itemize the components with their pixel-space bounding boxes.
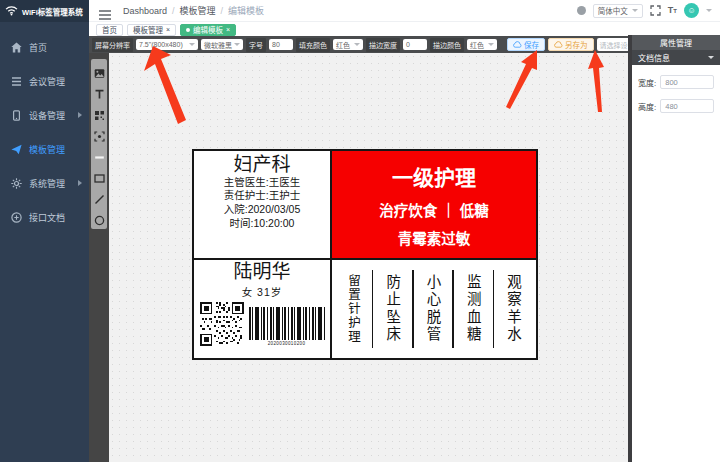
font-size-icon[interactable]: TT <box>668 6 677 15</box>
breadcrumb-item[interactable]: Dashboard <box>123 6 167 16</box>
diet-line[interactable]: 治疗饮食 ｜ 低糖 <box>332 199 536 220</box>
language-select[interactable]: 简体中文 <box>593 4 643 18</box>
meeting-icon <box>11 76 22 87</box>
shape-tool-strip <box>89 53 109 462</box>
close-icon[interactable]: × <box>166 26 170 33</box>
label-template[interactable]: 妇产科 主管医生:王医生 责任护士:王护士 入院:2020/03/05 时间:1… <box>192 149 538 360</box>
sidebar-item-meetings[interactable]: 会议管理 <box>0 64 89 98</box>
admission-line[interactable]: 入院:2020/03/05 <box>194 203 330 217</box>
stroke-color-value: 红色 <box>470 40 484 50</box>
tab-template-manage[interactable]: 模板管理 × <box>127 24 176 36</box>
font-family-select[interactable]: 微软雅黑 <box>201 39 243 50</box>
language-value: 简体中文 <box>598 5 628 16</box>
home-icon <box>11 42 22 53</box>
cloud-icon <box>513 41 522 48</box>
fullscreen-icon[interactable] <box>650 2 661 20</box>
circle-icon[interactable] <box>94 212 105 223</box>
column-divider <box>493 270 495 347</box>
sidebar-item-label: 系统管理 <box>29 177 65 190</box>
patient-name[interactable]: 陆明华 <box>194 262 330 283</box>
tab-label: 首页 <box>102 24 117 35</box>
care-level-block[interactable]: 一级护理 治疗饮食 ｜ 低糖 青霉素过敏 <box>332 151 536 260</box>
care-item-column[interactable]: 小心脱管 <box>422 274 443 344</box>
height-label: 高度: <box>638 101 656 112</box>
save-as-button[interactable]: 另存为 <box>548 38 594 51</box>
doctor-line[interactable]: 主管医生:王医生 <box>194 176 330 190</box>
breadcrumb-item[interactable]: 模板管理 <box>180 4 216 17</box>
tab-edit-template[interactable]: 编辑模板 × <box>180 24 236 36</box>
nurse-line[interactable]: 责任护士:王护士 <box>194 189 330 203</box>
top-header: Dashboard / 模板管理 / 编辑模板 简体中文 TT ☺ <box>89 0 720 22</box>
scan-icon[interactable] <box>94 128 105 139</box>
tag-view-bar: 首页 模板管理 × 编辑模板 × <box>89 23 720 36</box>
stroke-color-select[interactable]: 红色 <box>467 39 497 50</box>
fill-color-select[interactable]: 红色 <box>333 39 363 50</box>
chevron-down-icon <box>706 9 712 12</box>
rect-icon[interactable] <box>94 170 105 181</box>
qr-code[interactable] <box>200 302 244 346</box>
care-item-column[interactable]: 留置针护理 <box>344 274 363 344</box>
allergy-line[interactable]: 青霉素过敏 <box>332 227 536 248</box>
design-canvas[interactable]: 妇产科 主管医生:王医生 责任护士:王护士 入院:2020/03/05 时间:1… <box>109 53 628 462</box>
document-info-section-header[interactable]: 文档信息 <box>632 50 720 65</box>
font-size-label: 字号 <box>246 38 266 52</box>
font-size-input[interactable]: 80 <box>269 39 293 50</box>
height-input[interactable]: 480 <box>660 99 714 113</box>
patient-meta[interactable]: 女 31岁 <box>194 284 330 299</box>
api-doc-icon <box>11 212 22 223</box>
codes-row: 2020030010200 <box>194 302 330 346</box>
chevron-down-icon <box>488 43 494 46</box>
breadcrumb-separator: / <box>172 6 175 16</box>
sidebar-item-home[interactable]: 首页 <box>0 30 89 64</box>
care-level-title[interactable]: 一级护理 <box>332 161 536 191</box>
sidebar: WiFi标签管理系统 首页 会议管理 设备管理 模板管理 系统管理 <box>0 0 89 462</box>
template-icon <box>11 144 22 155</box>
chevron-right-icon <box>78 112 82 118</box>
close-icon[interactable]: × <box>226 26 230 33</box>
breadcrumb: Dashboard / 模板管理 / 编辑模板 <box>123 4 264 17</box>
tab-label: 模板管理 <box>133 24 163 35</box>
save-button[interactable]: 保存 <box>507 38 545 51</box>
tab-home[interactable]: 首页 <box>96 24 123 36</box>
properties-panel: 属性管理 文档信息 宽度: 800 高度: 480 <box>628 35 720 462</box>
stroke-width-input[interactable]: 0 <box>403 39 427 50</box>
system-icon <box>11 178 22 189</box>
care-item-column[interactable]: 观察羊水 <box>503 274 524 344</box>
department-title[interactable]: 妇产科 <box>194 154 330 176</box>
fill-color-value: 红色 <box>336 40 350 50</box>
save-as-label: 另存为 <box>565 39 588 50</box>
sidebar-item-system[interactable]: 系统管理 <box>0 166 89 200</box>
avatar[interactable]: ☺ <box>684 3 699 18</box>
wifi-logo-icon <box>5 5 18 18</box>
save-label: 保存 <box>524 39 539 50</box>
barcode[interactable]: 2020030010200 <box>249 307 325 346</box>
resolution-select[interactable]: 7.5"(800x480) <box>136 39 198 50</box>
hline-icon[interactable] <box>94 149 105 160</box>
text-icon[interactable] <box>94 86 105 97</box>
sidebar-item-api-docs[interactable]: 接口文档 <box>0 200 89 234</box>
active-dot-icon <box>186 28 190 32</box>
chevron-down-icon <box>708 56 714 59</box>
image-icon[interactable] <box>94 65 105 76</box>
sidebar-menu: 首页 会议管理 设备管理 模板管理 系统管理 接口文档 <box>0 22 89 234</box>
qrcode-icon[interactable] <box>94 107 105 118</box>
width-input[interactable]: 800 <box>660 75 714 89</box>
department-block[interactable]: 妇产科 主管医生:王医生 责任护士:王护士 入院:2020/03/05 时间:1… <box>194 151 332 260</box>
theme-icon[interactable] <box>577 6 586 15</box>
time-line[interactable]: 时间:10:20:00 <box>194 217 330 231</box>
sidebar-item-devices[interactable]: 设备管理 <box>0 98 89 132</box>
patient-block[interactable]: 陆明华 女 31岁 <box>194 260 332 358</box>
sidebar-item-label: 接口文档 <box>29 211 65 224</box>
breadcrumb-separator: / <box>221 6 224 16</box>
chevron-down-icon <box>354 43 360 46</box>
sidebar-item-templates[interactable]: 模板管理 <box>0 132 89 166</box>
care-item-column[interactable]: 防止坠床 <box>382 274 403 344</box>
hamburger-icon[interactable] <box>99 6 111 16</box>
diagonal-icon[interactable] <box>94 191 105 202</box>
app-title: WiFi标签管理系统 <box>22 6 83 17</box>
sidebar-item-label: 设备管理 <box>29 109 65 122</box>
care-item-column[interactable]: 监测血糖 <box>463 274 484 344</box>
width-label: 宽度: <box>638 77 656 88</box>
care-items-block[interactable]: 留置针护理 防止坠床 小心脱管 监测血糖 观察羊水 <box>332 260 536 358</box>
chevron-down-icon <box>234 43 240 46</box>
